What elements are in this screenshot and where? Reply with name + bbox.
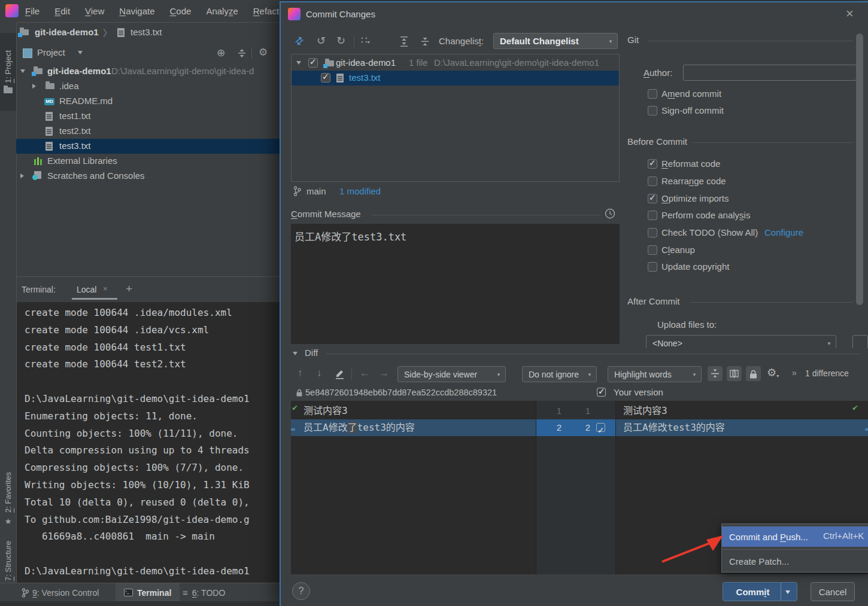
menu-item-code[interactable]: Code [170, 6, 192, 16]
upload-files-dropdown[interactable]: <None> ▼ [646, 335, 836, 348]
terminal-tab-local[interactable]: Local [77, 285, 96, 294]
check-todo-checkbox[interactable] [648, 228, 657, 237]
popup-item-create-patch[interactable]: Create Patch... [722, 552, 868, 571]
tree-row-test1[interactable]: test1.txt [17, 109, 280, 124]
tree-item-label: test3.txt [59, 141, 91, 151]
tree-row-root[interactable]: git-idea-demo1 D:\JavaLearning\git-demo\… [17, 64, 280, 79]
collapse-all-icon[interactable] [420, 36, 430, 47]
file-checkbox[interactable] [321, 73, 330, 83]
author-field[interactable] [683, 65, 857, 81]
collapsed-arrow-icon[interactable] [20, 173, 24, 178]
amend-commit-checkbox[interactable] [648, 89, 657, 99]
project-panel-dropdown-icon[interactable] [78, 51, 83, 54]
menu-item-analyze[interactable]: Analyze [206, 6, 238, 16]
diff-settings-gear-icon[interactable]: ⚙▾ [767, 366, 779, 379]
dialog-close-icon[interactable]: × [846, 6, 854, 22]
tab-close-icon[interactable]: × [103, 284, 108, 293]
upload-config-button[interactable] [852, 335, 868, 348]
popup-item-commit-and-push[interactable]: Commit and Push... Ctrl+Alt+K [722, 526, 868, 547]
disable-editing-toggle[interactable] [746, 366, 761, 381]
commit-and-push-label: Commit and Push... [729, 532, 808, 542]
collapsed-arrow-icon[interactable] [32, 84, 36, 89]
show-diff-icon[interactable]: ⇄ [292, 34, 306, 48]
diff-gutter: 1 1 2 2 [536, 401, 616, 574]
previous-change-icon[interactable]: ← [360, 367, 370, 379]
group-by-icon[interactable]: ∷▾ [361, 34, 370, 47]
tree-row-readme[interactable]: README.md [17, 94, 280, 109]
modified-count[interactable]: 1 modified [339, 186, 381, 196]
viewer-mode-dropdown[interactable]: Side-by-side viewer ▼ [397, 366, 506, 382]
expand-arrow-icon[interactable] [296, 61, 301, 65]
statusbar-version-control[interactable]: 9: Version Control [22, 583, 99, 602]
highlight-mode-dropdown[interactable]: Highlight words ▼ [608, 366, 702, 382]
refresh-icon[interactable]: ↻ [336, 34, 345, 47]
menu-item-file[interactable]: File [25, 6, 40, 16]
code-analysis-label: Perform code analysis [661, 210, 750, 220]
root-checkbox[interactable] [308, 58, 318, 68]
message-history-icon[interactable] [605, 208, 615, 219]
options-scrollbar[interactable] [856, 34, 863, 305]
diff-revision-row: 5e84872601948eb6b7dd87ea522ccdb288c89321… [281, 386, 868, 400]
menu-item-edit[interactable]: Edit [54, 6, 70, 16]
statusbar-todo[interactable]: ≡ 6: TODO [183, 583, 225, 602]
menu-item-view[interactable]: View [85, 6, 104, 16]
cancel-button[interactable]: Cancel [811, 582, 855, 601]
expand-arrow-icon[interactable] [20, 69, 25, 73]
branch-name: main [306, 186, 326, 196]
commit-tree-file-row[interactable]: test3.txt [292, 71, 619, 86]
commit-options-arrow-icon[interactable] [785, 590, 790, 594]
settings-gear-icon[interactable]: ⚙ [259, 46, 268, 59]
signoff-commit-label: Sign-off commit [661, 105, 724, 115]
tool-strip-project[interactable]: 1: Project [0, 33, 16, 111]
menu-item-navigate[interactable]: Navigate [119, 6, 154, 16]
diff-left-pane[interactable]: ✔ 测试内容3 员工A修改了test3的内容 [291, 401, 536, 574]
locate-file-icon[interactable]: ⊕ [217, 47, 225, 59]
breadcrumb-file[interactable]: test3.txt [130, 27, 162, 37]
tree-row-idea[interactable]: .idea [17, 79, 280, 94]
tree-row-external-libraries[interactable]: External Libraries [17, 154, 280, 169]
folder-icon [325, 60, 334, 66]
tree-row-test2[interactable]: test2.txt [17, 124, 280, 139]
changelist-dropdown[interactable]: Default Changelist ▼ [493, 33, 618, 49]
tree-row-scratches[interactable]: Scratches and Consoles [17, 169, 280, 184]
configure-link[interactable]: Configure [764, 227, 803, 237]
cleanup-checkbox[interactable] [648, 245, 657, 255]
reformat-code-checkbox[interactable] [648, 159, 657, 169]
reformat-code-label: Reformat code [661, 159, 720, 169]
whitespace-dropdown[interactable]: Do not ignore ▼ [522, 366, 597, 382]
your-version-checkbox[interactable] [597, 388, 606, 397]
update-copyright-checkbox[interactable] [648, 262, 657, 272]
next-change-icon[interactable]: → [379, 367, 389, 379]
include-change-checkbox[interactable] [596, 423, 605, 432]
collapse-all-icon[interactable] [237, 48, 247, 58]
synchronize-scrolling-toggle[interactable] [727, 366, 742, 381]
dialog-title-bar[interactable]: Commit Changes × [281, 2, 868, 28]
tool-strip-favorites[interactable]: 2: Favorites ★ [0, 466, 16, 532]
statusbar-todo-label: 6: TODO [192, 588, 226, 598]
collapse-unchanged-toggle[interactable] [708, 366, 723, 381]
chevron-double-icon[interactable]: » [792, 368, 797, 377]
rearrange-code-checkbox[interactable] [648, 176, 657, 186]
diff-collapse-icon[interactable] [293, 352, 298, 355]
breadcrumb-project[interactable]: git-idea-demo1 [35, 27, 99, 37]
new-terminal-tab-icon[interactable]: + [126, 282, 132, 296]
rollback-icon[interactable]: ↺ [317, 34, 326, 47]
tree-row-test3-selected[interactable]: test3.txt [16, 139, 280, 154]
libraries-icon [34, 157, 43, 165]
optimize-imports-checkbox[interactable] [648, 194, 657, 203]
next-difference-icon[interactable]: ↓ [317, 367, 322, 379]
statusbar-terminal-tab[interactable]: ›_ Terminal [116, 583, 180, 602]
previous-difference-icon[interactable]: ↑ [298, 367, 303, 379]
terminal-output[interactable]: create mode 100644 .idea/modules.xml cre… [17, 302, 280, 583]
signoff-commit-checkbox[interactable] [648, 106, 657, 115]
edit-source-icon[interactable] [335, 368, 345, 379]
help-button[interactable]: ? [292, 582, 310, 600]
commit-message-editor[interactable]: 员工A修改了test3.txt [291, 224, 620, 344]
diff-section-header[interactable]: Diff [281, 347, 868, 360]
commit-button[interactable]: Commit [723, 582, 797, 601]
expand-all-icon[interactable] [399, 36, 409, 47]
commit-tree-root-row[interactable]: git-idea-demo1 1 file D:\JavaLearning\gi… [292, 56, 619, 71]
code-analysis-checkbox[interactable] [648, 211, 657, 220]
project-panel-title[interactable]: Project [37, 47, 65, 57]
text-file-icon [336, 74, 344, 83]
